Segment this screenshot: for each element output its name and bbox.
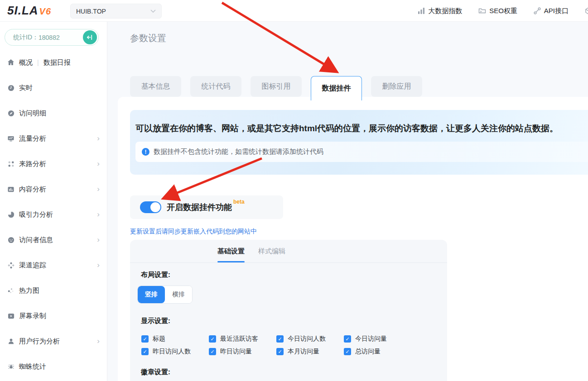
badge-section-title: 徽章设置: [141,368,170,376]
display-option-3[interactable]: ✓今日访问量 [344,333,411,345]
bar-chart-icon [418,7,425,14]
display-section-title: 显示设置: [141,317,170,325]
sidebar-item-0[interactable]: 概况|数据日报 [0,50,107,75]
sidebar-item-1[interactable]: 实时 [0,75,107,100]
widget-toggle-switch[interactable] [140,201,161,213]
sidebar-item-3[interactable]: 流量分析› [0,126,107,151]
logo-text: 5I.LA [7,4,39,17]
layout-segmented-control: 竖排横排 [137,286,193,304]
header-nav-label: API接口 [544,7,569,15]
sidebar-item-label: 热力图 [19,286,39,295]
checkbox-checked-icon[interactable]: ✓ [276,348,284,355]
chevron-down-icon [150,10,156,13]
spider-icon [6,363,15,370]
screen-record-icon [6,313,15,319]
chevron-right-icon: › [97,134,100,143]
card-divider [130,262,447,263]
checkbox-checked-icon[interactable]: ✓ [276,335,284,343]
header-nav-item-1[interactable]: SEO权重 [478,7,517,15]
top-header: 5I.LAV6 HUIB.TOP 大数据指数SEO权重API接口 [0,0,588,22]
display-checkbox-group: ✓标题✓最近活跃访客✓今日访问人数✓今日访问量✓昨日访问人数✓昨日访问量✓本月访… [141,333,431,358]
display-option-4[interactable]: ✓昨日访问人数 [141,345,209,358]
home-icon [6,59,15,66]
checkbox-checked-icon[interactable]: ✓ [344,348,351,355]
label-divider: | [37,59,39,66]
tab-3-active[interactable]: 数据挂件 [311,76,362,100]
sidebar-item-label: 来路分析 [19,160,46,168]
display-option-label: 今日访问量 [355,335,387,343]
checkbox-checked-icon[interactable]: ✓ [209,335,216,343]
sidebar-item-6[interactable]: 吸引力分析› [0,202,107,227]
sidebar-item-8[interactable]: 渠道追踪› [0,252,107,278]
display-option-1[interactable]: ✓最近活跃访客 [209,333,276,345]
display-option-label: 标题 [153,335,165,343]
checkbox-checked-icon[interactable]: ✓ [141,348,149,355]
display-option-5[interactable]: ✓昨日访问量 [209,345,276,358]
checkbox-checked-icon[interactable]: ✓ [344,335,351,343]
toggle-knob [150,202,160,212]
page-title: 参数设置 [130,32,166,44]
sync-code-link[interactable]: 更新设置后请同步更新嵌入代码到您的网站中 [130,228,257,236]
header-nav-partial-item[interactable] [585,7,588,14]
collapse-left-icon [87,34,93,41]
stat-id-pill: 统计ID： 180882 [5,29,99,46]
tab-4[interactable]: 删除应用 [371,76,422,97]
widget-toggle-row: 开启数据挂件功能beta [130,195,283,219]
user-icon [6,338,15,345]
sidebar-item-4[interactable]: 来路分析› [0,151,107,176]
sidebar-item-12[interactable]: 蜘蛛统计 [0,354,107,379]
info-note: ! 数据挂件不包含统计功能，如需统计数据请添加统计代码 [135,142,588,162]
display-option-6[interactable]: ✓本月访问量 [276,345,344,358]
display-option-0[interactable]: ✓标题 [141,333,209,345]
sidebar-item-9[interactable]: 热力图 [0,278,107,303]
checkbox-checked-icon[interactable]: ✓ [141,335,149,343]
sidebar-item-5[interactable]: 内容分析› [0,176,107,202]
info-note-text: 数据挂件不包含统计功能，如需统计数据请添加统计代码 [154,148,323,156]
tab-2[interactable]: 图标引用 [251,76,302,97]
sidebar-collapse-button[interactable] [83,30,97,44]
header-nav-item-2[interactable]: API接口 [534,7,569,15]
sidebar-item-label: 蜘蛛统计 [19,362,46,371]
sidebar-item-extra-label[interactable]: 数据日报 [43,58,71,67]
tab-1[interactable]: 统计代码 [190,76,241,97]
layout-option-0[interactable]: 竖排 [138,286,165,303]
sidebar-item-11[interactable]: 用户行为分析› [0,329,107,354]
layout-section-title: 布局设置: [141,271,170,279]
api-link-icon [534,7,541,14]
channel-icon [6,262,15,269]
sub-tab-0[interactable]: 基础设置 [217,240,245,262]
header-nav: 大数据指数SEO权重API接口 [418,0,588,22]
sidebar-item-10[interactable]: 屏幕录制 [0,303,107,329]
sidebar-item-label: 吸引力分析 [19,210,53,219]
pie-icon [6,211,15,218]
sidebar-item-label: 内容分析 [19,185,46,194]
widget-toggle-label: 开启数据挂件功能beta [167,202,245,213]
display-option-label: 今日访问人数 [288,335,326,343]
display-option-7[interactable]: ✓总访问量 [344,345,411,358]
info-headline: 可以放置在你的博客、网站，或是其它支持html代码的位置，展示你的访客数据，让更… [135,123,588,134]
site-selector-value: HUIB.TOP [76,8,106,15]
layout-option-1[interactable]: 横排 [165,286,192,303]
sidebar-menu: 概况|数据日报实时访问明细流量分析›来路分析›内容分析›吸引力分析›访问者信息›… [0,50,107,381]
beta-badge: beta [233,199,245,205]
display-option-label: 最近活跃访客 [220,335,258,343]
display-option-label: 昨日访问人数 [153,348,191,356]
cube-icon [585,7,588,14]
display-option-2[interactable]: ✓今日访问人数 [276,333,344,345]
header-nav-item-0[interactable]: 大数据指数 [418,7,462,15]
sidebar-item-2[interactable]: 访问明细 [0,100,107,126]
compass-icon [6,110,15,117]
sub-tab-1[interactable]: 样式编辑 [258,240,285,262]
stat-id-value: 180882 [39,34,60,41]
tab-0[interactable]: 基本信息 [130,76,181,97]
checkbox-checked-icon[interactable]: ✓ [209,348,216,355]
app-logo: 5I.LAV6 [7,4,51,18]
display-option-label: 昨日访问量 [220,348,252,356]
site-selector-dropdown[interactable]: HUIB.TOP [70,4,162,19]
chevron-right-icon: › [97,337,100,346]
monitor-icon [6,135,15,142]
sidebar-item-7[interactable]: 访问者信息› [0,227,107,252]
sidebar-item-label: 渠道追踪 [19,261,46,270]
grid-dots-icon [6,161,15,167]
chevron-right-icon: › [97,185,100,194]
